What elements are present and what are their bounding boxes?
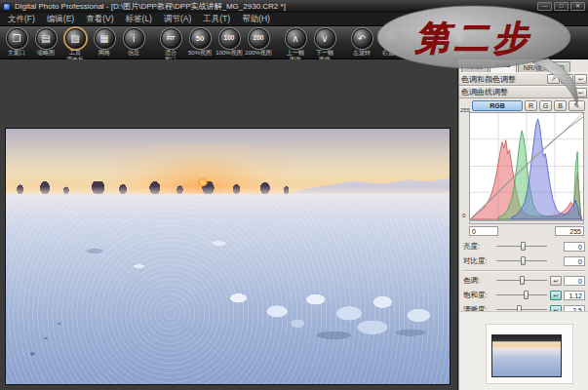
channel-r-button[interactable]: R	[525, 100, 537, 111]
curve-edit-pencil-button[interactable]: ✎	[568, 100, 585, 111]
channel-g-button[interactable]: G	[539, 100, 552, 111]
rotate-right-button[interactable]: ↷ 右旋转	[376, 28, 406, 57]
register-settings-button[interactable]: ↗	[547, 74, 560, 84]
navigator-panel	[459, 311, 588, 390]
fit-window-button[interactable]: FIT 适合 窗口	[156, 28, 185, 62]
adjustment-sliders: 亮度: 0 对比度: 0 色调: ↩ 0	[459, 239, 588, 317]
app-window: Digital Photo Professional - [D:\图片\DPP教…	[0, 0, 588, 390]
main-window-icon: ❐	[7, 28, 27, 49]
tab-raw[interactable]: RAW	[461, 61, 489, 72]
minimize-button[interactable]: —	[537, 2, 552, 11]
slider-divider	[463, 270, 585, 271]
menu-item-edit[interactable]: 编辑(E)	[43, 14, 82, 25]
view-100-button[interactable]: 100 100%视图	[215, 28, 244, 57]
saturation-row: 饱和度: ↩ 1.12	[459, 288, 588, 302]
navigator-thumbnail[interactable]	[491, 334, 562, 377]
menu-item-adjust[interactable]: 调节(A)	[160, 14, 199, 25]
brightness-row: 亮度: 0	[459, 239, 588, 254]
menu-item-file[interactable]: 文件(F)	[4, 14, 43, 25]
menu-bar: 文件(F) 编辑(E) 查看(V) 标签(L) 调节(A) 工具(T) 帮助(H…	[0, 13, 588, 26]
close-button[interactable]: ✕	[570, 2, 585, 11]
curve-undo-button[interactable]: ↩	[574, 88, 587, 98]
stamp-icon: ◉	[450, 28, 470, 49]
histogram-tick-bar[interactable]	[469, 220, 584, 224]
grid-button[interactable]: ▦ 网格	[90, 28, 119, 57]
navigator-card	[486, 324, 573, 384]
hue-knob[interactable]	[520, 276, 525, 285]
info-button[interactable]: i 信息	[119, 28, 148, 57]
contrast-value[interactable]: 0	[564, 256, 585, 266]
contrast-slider[interactable]	[496, 256, 547, 265]
view-200-button[interactable]: 200 200%视图	[244, 28, 273, 57]
hue-slider[interactable]	[496, 276, 547, 285]
channel-b-button[interactable]: B	[554, 100, 567, 111]
thumbnails-icon: ▤	[36, 28, 57, 49]
contrast-knob[interactable]	[521, 256, 526, 265]
hue-row: 色调: ↩ 0	[459, 273, 588, 288]
menu-item-help[interactable]: 帮助(H)	[238, 14, 278, 25]
menu-item-tools[interactable]: 工具(T)	[199, 14, 238, 25]
grid-icon: ▦	[95, 28, 115, 49]
shadow-point-input[interactable]: 0	[469, 226, 498, 236]
rotate-left-icon: ↶	[352, 28, 372, 49]
main-window-button[interactable]: ❐ 主窗口	[2, 28, 31, 57]
editor-area	[0, 59, 458, 390]
fit-window-icon: FIT	[161, 28, 181, 49]
maximize-button[interactable]: □	[554, 2, 568, 11]
view-50-icon: 50	[190, 28, 211, 49]
palette-tabs: RAW RGB NR/镜头/ALO	[461, 59, 571, 72]
photo-canvas[interactable]	[5, 128, 451, 385]
saturation-value[interactable]: 1.12	[564, 291, 585, 300]
view-50-button[interactable]: 50 50%视图	[185, 28, 215, 57]
channel-selector: RGB R G B ✎	[459, 98, 588, 112]
tone-color-section-header: 色调和颜色调整 ↗ ↗ ↩	[459, 72, 588, 86]
stamp-button[interactable]: ◉ 图章	[445, 28, 474, 57]
view-200-icon: 200	[249, 28, 269, 49]
tool-palette-button[interactable]: ▨ 工具 调色板	[60, 28, 90, 62]
saturation-slider[interactable]	[496, 291, 547, 299]
rotate-right-icon: ↷	[381, 28, 402, 49]
tool-palette-icon: ▨	[65, 28, 86, 49]
prev-image-button[interactable]: ∧ 上一幅 图像	[281, 28, 310, 62]
section-undo-button[interactable]: ↩	[574, 74, 587, 84]
brightness-slider[interactable]	[496, 242, 547, 251]
brightness-knob[interactable]	[521, 242, 526, 251]
brightness-value[interactable]: 0	[564, 242, 585, 252]
contrast-row: 对比度: 0	[459, 254, 588, 268]
saturation-undo-button[interactable]: ↩	[550, 291, 562, 300]
hue-undo-button[interactable]: ↩	[550, 276, 562, 286]
next-image-button[interactable]: ∨ 下一幅 图像	[310, 28, 339, 62]
saturation-knob[interactable]	[524, 291, 529, 299]
apply-settings-button[interactable]: ↗	[561, 74, 573, 84]
rotate-left-button[interactable]: ↶ 左旋转	[347, 28, 376, 57]
thumbnails-button[interactable]: ▤ 缩略图	[31, 28, 60, 57]
menu-item-label[interactable]: 标签(L)	[122, 14, 160, 25]
title-bar[interactable]: Digital Photo Professional - [D:\图片\DPP教…	[0, 0, 588, 13]
toolbar: ❐ 主窗口 ▤ 缩略图 ▨ 工具 调色板 ▦ 网格 i 信息 FIT 适合 窗口…	[0, 26, 588, 59]
view-100-icon: 100	[219, 28, 240, 49]
menu-item-view[interactable]: 查看(V)	[82, 14, 121, 25]
app-icon	[3, 3, 11, 11]
channel-rgb-button[interactable]: RGB	[472, 100, 523, 111]
window-title: Digital Photo Professional - [D:\图片\DPP教…	[15, 1, 533, 12]
tab-rgb[interactable]: RGB	[490, 59, 517, 72]
tool-palette-panel: RAW RGB NR/镜头/ALO 色调和颜色调整 ↗ ↗ ↩ 色调曲线调整 ↩…	[458, 59, 588, 390]
chevron-down-icon: ∨	[315, 28, 335, 49]
info-icon: i	[124, 28, 144, 49]
tab-nr-lens-alo[interactable]: NR/镜头/ALO	[518, 61, 570, 72]
histogram-min-label: 0	[462, 213, 465, 218]
chevron-up-icon: ∧	[286, 28, 306, 49]
highlight-point-input[interactable]: 255	[555, 226, 584, 236]
tone-curve-histogram[interactable]	[469, 112, 584, 220]
tone-curve-section-header: 色调曲线调整 ↩	[459, 86, 588, 98]
sun	[198, 178, 208, 186]
hue-value[interactable]: 0	[564, 276, 585, 286]
curve-range-inputs: 0 255	[469, 226, 584, 237]
ice-blocks	[192, 277, 450, 343]
